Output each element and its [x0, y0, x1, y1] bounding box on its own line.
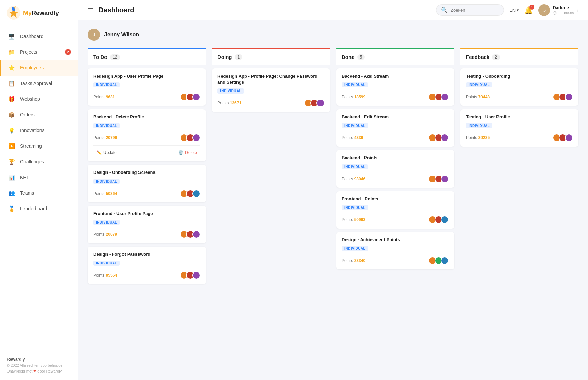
points-value-card-7: 18599	[354, 95, 365, 99]
task-card-card-8[interactable]: Backend - Edit Stream INDIVIDUAL Points …	[336, 109, 454, 147]
nav-label-leaderboard: Leaderboard	[20, 206, 47, 211]
kanban-board: To Do 12 Redesign App - User Profile Pag…	[88, 48, 578, 284]
update-icon: ✏️	[97, 150, 102, 155]
menu-icon[interactable]: ☰	[88, 6, 93, 14]
points-value-card-9: 93046	[354, 177, 365, 181]
sidebar-item-challenges[interactable]: 🏆 Challenges	[0, 154, 78, 169]
task-card-card-11[interactable]: Design - Achievment Points INDIVIDUAL Po…	[336, 232, 454, 269]
update-button-card-2[interactable]: ✏️ Update	[93, 149, 120, 156]
task-title-card-1: Redesign App - User Profile Page	[93, 73, 200, 79]
task-card-card-7[interactable]: Backend - Add Stream INDIVIDUAL Points 1…	[336, 68, 454, 106]
nav-badge-projects: 2	[65, 49, 71, 55]
column-count-doing: 1	[235, 54, 243, 60]
column-header-doing: Doing 1	[212, 49, 330, 65]
task-avatars-card-9	[428, 175, 449, 183]
logo[interactable]: MyRewardly	[0, 0, 78, 26]
task-points-card-12: Points 70443	[466, 95, 490, 99]
task-points-card-13: Points 39235	[466, 135, 490, 140]
task-tag-card-6: INDIVIDUAL	[217, 88, 244, 94]
nav-icon-dashboard: 🖥️	[8, 33, 15, 40]
sidebar-item-innovations[interactable]: 💡 Innovations	[0, 122, 78, 138]
task-points-card-7: Points 18599	[342, 95, 365, 99]
nav-label-tasks-approval: Tasks Approval	[20, 81, 52, 86]
nav-icon-teams: 👥	[8, 189, 15, 197]
main-area: ☰ Dashboard 🔍 EN ▾ 🔔 1 D Darlene @darlan…	[78, 0, 588, 380]
task-card-card-13[interactable]: Testing - User Profile INDIVIDUAL Points…	[460, 109, 578, 147]
points-value-card-12: 70443	[478, 95, 490, 99]
user-chevron-icon: ›	[577, 7, 578, 13]
task-avatars-card-5	[180, 271, 200, 279]
task-card-card-6[interactable]: Redesign App - Profile Page: Change Pass…	[212, 68, 330, 112]
header: ☰ Dashboard 🔍 EN ▾ 🔔 1 D Darlene @darlan…	[78, 0, 588, 20]
task-avatars-card-10	[428, 216, 449, 224]
task-tag-card-3: INDIVIDUAL	[93, 179, 120, 184]
sidebar-footer: Rewardly © 2022 Alle rechten voorbehoude…	[0, 351, 78, 380]
nav-icon-projects: 📁	[8, 48, 15, 56]
nav-icon-orders: 📦	[8, 111, 15, 118]
task-footer-card-6: Points 13671	[217, 99, 325, 107]
search-input[interactable]	[451, 7, 499, 13]
sidebar-item-orders[interactable]: 📦 Orders	[0, 107, 78, 122]
task-footer-card-7: Points 18599	[342, 93, 449, 101]
task-card-card-1[interactable]: Redesign App - User Profile Page INDIVID…	[88, 68, 206, 106]
column-title-feedback: Feedback	[466, 54, 489, 60]
task-card-card-4[interactable]: Frontend - User Profile Page INDIVIDUAL …	[88, 206, 206, 243]
nav-icon-kpi: 📊	[8, 174, 15, 181]
nav-icon-innovations: 💡	[8, 127, 15, 134]
search-box[interactable]: 🔍	[436, 4, 504, 16]
sidebar-item-dashboard[interactable]: 🖥️ Dashboard	[0, 29, 78, 44]
task-avatar	[192, 93, 200, 101]
nav-label-orders: Orders	[20, 112, 35, 117]
task-avatars-card-6	[304, 99, 325, 107]
sidebar-item-teams[interactable]: 👥 Teams	[0, 185, 78, 201]
user-info[interactable]: D Darlene @darlane.ns ›	[538, 4, 578, 16]
task-footer-card-9: Points 93046	[342, 175, 449, 183]
task-card-card-2[interactable]: Backend - Delete Profile INDIVIDUAL Poin…	[88, 109, 206, 161]
task-avatar	[441, 216, 449, 224]
points-value-card-2: 20796	[106, 135, 117, 140]
sidebar-item-tasks-approval[interactable]: 📋 Tasks Approval	[0, 76, 78, 91]
nav-label-dashboard: Dashboard	[20, 34, 44, 39]
sidebar-item-streaming[interactable]: ▶️ Streaming	[0, 138, 78, 154]
task-avatar	[192, 134, 200, 142]
footer-brand: Rewardly	[7, 356, 71, 363]
task-footer-card-8: Points 4339	[342, 134, 449, 142]
task-tag-card-13: INDIVIDUAL	[466, 123, 492, 128]
task-footer-card-5: Points 95554	[93, 271, 200, 279]
delete-icon: 🗑️	[178, 150, 183, 155]
task-tag-card-4: INDIVIDUAL	[93, 220, 120, 225]
task-footer-card-1: Points 9631	[93, 93, 200, 101]
chevron-down-icon: ▾	[517, 7, 519, 13]
nav-label-innovations: Innovations	[20, 128, 45, 133]
task-title-card-5: Design - Forgot Passsword	[93, 251, 200, 258]
delete-button-card-2[interactable]: 🗑️ Delete	[175, 149, 200, 156]
task-card-card-10[interactable]: Frontend - Points INDIVIDUAL Points 5096…	[336, 191, 454, 229]
task-avatars-card-1	[180, 93, 200, 101]
task-avatar	[192, 271, 200, 279]
points-value-card-10: 50963	[354, 217, 365, 222]
sidebar-item-webshop[interactable]: 🎁 Webshop	[0, 91, 78, 107]
nav-icon-tasks-approval: 📋	[8, 80, 15, 87]
task-card-card-9[interactable]: Backend - Points INDIVIDUAL Points 93046	[336, 150, 454, 187]
content-user-header: J Jenny Wilson	[88, 29, 578, 41]
points-value-card-5: 95554	[106, 273, 117, 278]
task-title-card-4: Frontend - User Profile Page	[93, 211, 200, 217]
sidebar-item-employees[interactable]: ⭐ Employees	[0, 60, 78, 76]
sidebar-item-kpi[interactable]: 📊 KPI	[0, 169, 78, 185]
column-title-done: Done	[342, 54, 355, 60]
sidebar-item-leaderboard[interactable]: 🏅 Leaderboard	[0, 201, 78, 216]
task-card-card-5[interactable]: Design - Forgot Passsword INDIVIDUAL Poi…	[88, 247, 206, 284]
task-card-card-12[interactable]: Testing - Onboarding INDIVIDUAL Points 7…	[460, 68, 578, 106]
language-selector[interactable]: EN ▾	[509, 7, 519, 13]
task-avatar	[316, 99, 325, 107]
notification-button[interactable]: 🔔 1	[524, 6, 533, 14]
kanban-column-doing: Doing 1 Redesign App - Profile Page: Cha…	[212, 48, 330, 112]
nav-icon-streaming: ▶️	[8, 142, 15, 150]
task-tag-card-10: INDIVIDUAL	[342, 205, 368, 210]
task-avatars-card-2	[180, 134, 200, 142]
points-value-card-3: 50364	[106, 191, 117, 196]
task-tag-card-2: INDIVIDUAL	[93, 123, 120, 128]
nav-icon-employees: ⭐	[8, 64, 15, 71]
sidebar-item-projects[interactable]: 📁 Projects 2	[0, 44, 78, 60]
task-card-card-3[interactable]: Design - Onboarding Screens INDIVIDUAL P…	[88, 165, 206, 202]
